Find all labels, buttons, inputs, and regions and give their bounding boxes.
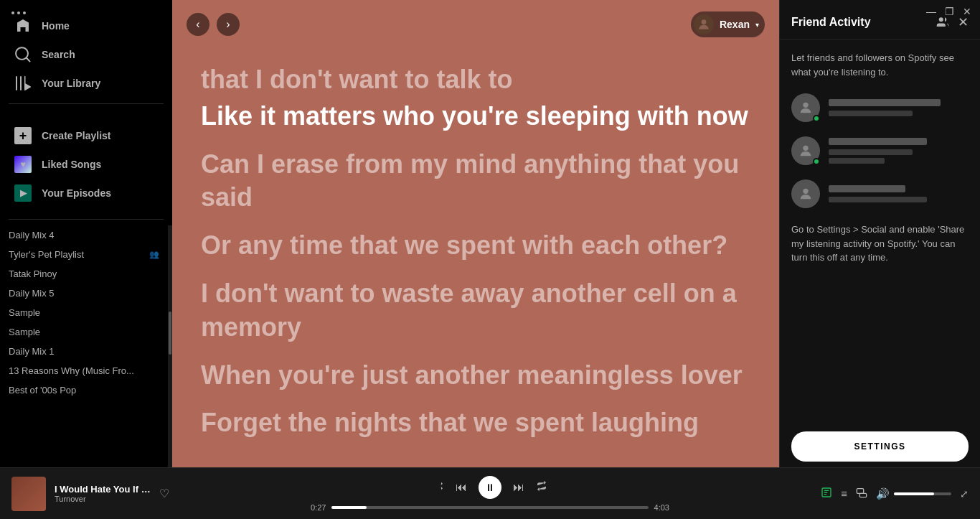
playlist-item-13-reasons[interactable]: 13 Reasons Why (Music Fro... [0,361,168,380]
track-artwork [11,477,46,511]
lyric-line-7: Forget the nights that we spent laughing [201,406,750,440]
collab-icon: 👥 [149,250,159,259]
sidebar-nav: Home Search Your Library [0,0,172,98]
control-buttons: ⏮ ⏸ ⏭ [433,476,547,499]
volume-fill [894,492,934,495]
your-episodes-item[interactable]: ▶ Your Episodes [6,179,166,207]
previous-button[interactable]: ⏮ [456,481,467,494]
friend-name-bar-3 [829,185,905,192]
lyric-gap-6: Forget the nights that we spent laughing [201,406,750,440]
content-area: ‹ › Rexan ▾ that I don't want to talk to… [172,0,779,467]
total-time: 4:03 [654,503,669,512]
close-button[interactable]: ✕ [963,6,971,17]
pause-button[interactable]: ⏸ [479,476,501,499]
lyric-line-4: Or any time that we spent with each othe… [201,229,750,263]
sidebar-item-library[interactable]: Your Library [6,69,166,98]
online-indicator-2 [813,158,820,165]
playlist-item-sample1[interactable]: Sample [0,303,168,322]
app-menu[interactable] [11,11,26,14]
progress-fill [331,506,367,509]
player-extras: ≡ 🔊 ⤢ [811,487,969,500]
devices-button[interactable] [856,487,867,500]
lyric-line-5: I don't want to waste away another cell … [201,277,750,345]
volume-track[interactable] [894,492,951,495]
sidebar-scroll-area: Daily Mix 4 Tyler's Pet Playlist 👥 Tatak… [0,225,172,467]
playlist-item-daily-mix-1[interactable]: Daily Mix 1 [0,342,168,361]
forward-button[interactable]: › [217,13,240,36]
sidebar-home-label: Home [42,20,70,32]
queue-button[interactable]: ≡ [841,487,847,500]
lyrics-button[interactable] [821,487,832,500]
sidebar-item-search[interactable]: Search [6,40,166,69]
like-button[interactable]: ♡ [159,487,169,500]
sidebar-library-label: Your Library [42,78,100,89]
track-info: I Would Hate You If I Could Turnover [55,484,151,503]
repeat-button[interactable] [536,480,547,495]
friend-name-bar-2 [829,138,927,145]
friend-panel-description: Let friends and followers on Spotify see… [791,51,969,79]
create-playlist-item[interactable]: + Create Playlist [6,121,166,150]
minimize-button[interactable]: — [926,6,936,17]
friend-panel-body: Let friends and followers on Spotify see… [780,39,980,426]
track-name: I Would Hate You If I Could [55,484,151,495]
sidebar-divider-2 [9,219,164,220]
back-button[interactable]: ‹ [187,13,209,36]
playlist-item-daily-mix-5[interactable]: Daily Mix 5 [0,284,168,303]
playlist-item-sample2[interactable]: Sample [0,322,168,342]
main-layout: Home Search Your Library [0,0,980,467]
progress-track[interactable] [331,506,648,509]
liked-songs-label: Liked Songs [42,159,101,170]
sidebar-search-label: Search [42,49,75,60]
friend-info-2 [829,138,969,164]
maximize-button[interactable]: ❐ [945,6,954,17]
lyric-gap-3: Or any time that we spent with each othe… [201,229,750,263]
sidebar: Home Search Your Library [0,0,172,467]
lyric-gap-4: I don't want to waste away another cell … [201,277,750,345]
chevron-down-icon: ▾ [755,21,759,29]
nav-buttons: ‹ › [187,13,240,36]
friend-item-1 [791,93,969,122]
friend-avatar-3 [791,179,820,208]
search-icon [14,46,32,63]
playlist-item-tatak-pinoy[interactable]: Tatak Pinoy [0,264,168,284]
heart-icon: ♥ [14,156,32,173]
sidebar-item-home[interactable]: Home [6,11,166,40]
track-artist: Turnover [55,495,151,503]
sidebar-divider-1 [9,103,164,104]
friend-track-bar-1 [829,111,913,116]
svg-rect-7 [859,493,866,497]
avatar [694,14,714,34]
settings-button[interactable]: SETTINGS [791,431,969,462]
shuffle-button[interactable] [433,480,444,495]
now-playing: I Would Hate You If I Could Turnover ♡ [11,477,169,511]
fullscreen-button[interactable]: ⤢ [960,488,969,500]
episodes-icon: ▶ [14,184,32,202]
your-episodes-label: Your Episodes [42,187,111,199]
svg-point-0 [702,19,707,24]
friend-panel-settings-cta: Go to Settings > Social and enable 'Shar… [791,223,969,265]
playlist-item-best-00s[interactable]: Best of '00s Pop [0,380,168,400]
friend-track-bar-3 [829,197,927,202]
playlist-item-daily-mix-4[interactable]: Daily Mix 4 [0,225,168,245]
current-time: 0:27 [311,503,326,512]
lyric-line-2: Like it matters who you're sleeping with… [201,100,750,134]
lyric-gap-1: Like it matters who you're sleeping with… [201,100,750,134]
liked-songs-item[interactable]: ♥ Liked Songs [6,150,166,179]
friend-panel: Friend Activity ✕ Let friends and follow… [779,0,980,467]
friend-panel-title: Friend Activity [791,16,871,29]
scrollbar-thumb [169,312,171,355]
plus-icon: + [14,127,32,144]
lyric-line-1: that I don't want to talk to [201,63,750,97]
next-button[interactable]: ⏭ [513,481,524,494]
home-icon [14,17,32,34]
playlist-list: Daily Mix 4 Tyler's Pet Playlist 👥 Tatak… [0,225,168,467]
sidebar-actions: + Create Playlist ♥ Liked Songs ▶ Your E… [0,110,172,213]
volume-area: 🔊 [876,487,951,500]
svg-point-2 [803,103,808,108]
volume-icon[interactable]: 🔊 [876,487,890,500]
lyrics-container: that I don't want to talk to Like it mat… [172,49,779,467]
playlist-item-tylers-pet[interactable]: Tyler's Pet Playlist 👥 [0,245,168,264]
user-menu-button[interactable]: Rexan ▾ [691,11,765,37]
friend-item-3 [791,179,969,208]
create-playlist-label: Create Playlist [42,130,111,141]
